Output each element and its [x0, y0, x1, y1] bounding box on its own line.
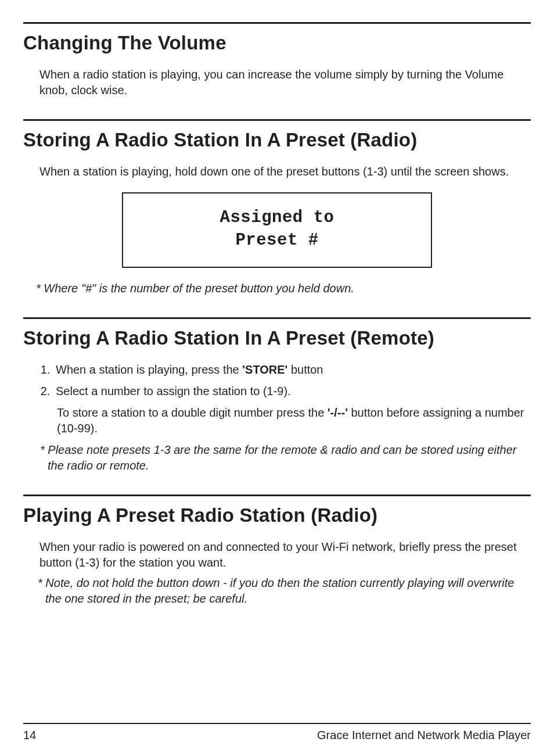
divider [23, 495, 531, 496]
manual-page: Changing The Volume When a radio station… [0, 0, 554, 756]
section-heading: Storing A Radio Station In A Preset (Rem… [23, 327, 531, 349]
footnote: * Where "#" is the number of the preset … [23, 281, 531, 296]
step-text: When a station is playing, press the [56, 363, 242, 376]
page-number: 14 [23, 729, 36, 742]
step-sub-paragraph: To store a station to a double digit num… [23, 405, 531, 436]
footnote: * Please note presets 1-3 are the same f… [23, 442, 531, 474]
body-paragraph: When a station is playing, hold down one… [23, 164, 531, 180]
footer-divider [23, 723, 531, 724]
section-store-preset-remote: Storing A Radio Station In A Preset (Rem… [23, 317, 531, 474]
step-1: When a station is playing, press the 'ST… [53, 362, 531, 378]
page-footer: 14 Grace Internet and Network Media Play… [23, 723, 531, 742]
footnote: * Note, do not hold the button down - if… [23, 575, 531, 607]
section-store-preset-radio: Storing A Radio Station In A Preset (Rad… [23, 119, 531, 296]
divider [23, 119, 531, 121]
step-text: button [287, 363, 323, 376]
footer-title: Grace Internet and Network Media Player [317, 729, 531, 742]
divider [23, 317, 531, 319]
section-heading: Playing A Preset Radio Station (Radio) [23, 504, 531, 526]
display-line-1: Assigned to [129, 206, 425, 229]
bold-label: '-/--' [328, 406, 348, 419]
section-heading: Storing A Radio Station In A Preset (Rad… [23, 129, 531, 151]
step-sub-text: To store a station to a double digit num… [57, 406, 328, 419]
body-paragraph: When your radio is powered on and connec… [23, 539, 531, 571]
display-line-2: Preset # [129, 229, 425, 252]
lcd-display-box: Assigned to Preset # [122, 192, 432, 268]
section-playing-preset-radio: Playing A Preset Radio Station (Radio) W… [23, 495, 531, 607]
body-paragraph: When a radio station is playing, you can… [23, 67, 531, 98]
step-2: Select a number to assign the station to… [53, 384, 531, 399]
ordered-steps: When a station is playing, press the 'ST… [23, 362, 531, 399]
divider [23, 22, 531, 24]
bold-label: 'STORE' [242, 363, 287, 376]
step-text: Select a number to assign the station to… [56, 385, 291, 397]
section-changing-volume: Changing The Volume When a radio station… [23, 22, 531, 98]
footer-row: 14 Grace Internet and Network Media Play… [23, 729, 531, 742]
section-heading: Changing The Volume [23, 32, 531, 54]
